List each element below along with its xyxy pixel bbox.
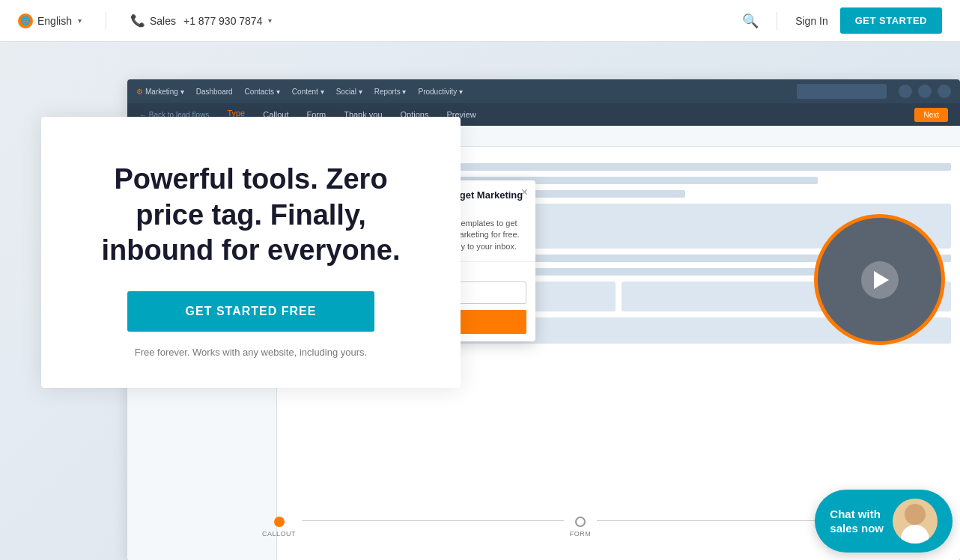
nav-dashboard: Dashboard (196, 88, 233, 96)
sales-phone: +1 877 930 7874 (183, 15, 263, 27)
sales-label: Sales (150, 15, 176, 27)
hero-title: Powerful tools. Zero price tag. Finally,… (79, 162, 423, 269)
top-navigation: 🌐 English ▾ 📞 Sales +1 877 930 7874 ▾ 🔍 … (0, 0, 960, 42)
language-selector[interactable]: 🌐 English ▾ (18, 13, 82, 28)
hero-card: Powerful tools. Zero price tag. Finally,… (41, 117, 461, 388)
sales-chevron-icon: ▾ (268, 16, 272, 25)
nav-right-group: 🔍 Sign In GET STARTED (742, 7, 942, 34)
get-started-free-button[interactable]: GET STARTED FREE (127, 291, 374, 332)
sales-phone-selector[interactable]: 📞 Sales +1 877 930 7874 ▾ (130, 13, 273, 28)
nav-icon-3 (938, 85, 951, 98)
language-label: English (37, 15, 72, 27)
nav-left-group: 🌐 English ▾ 📞 Sales +1 877 930 7874 ▾ (18, 12, 272, 30)
chat-line1: Chat with (830, 508, 881, 520)
video-play-button[interactable] (814, 214, 945, 345)
search-icon[interactable]: 🔍 (742, 13, 759, 29)
progress-label-callout: CALLOUT (262, 530, 296, 538)
nav-divider (106, 12, 106, 30)
globe-icon: 🌐 (18, 13, 33, 28)
chat-line2: sales now (830, 522, 884, 535)
play-triangle (874, 271, 889, 289)
dashboard-search (797, 84, 887, 99)
progress-dot-form (575, 517, 586, 527)
nav-icon-1 (899, 85, 912, 98)
chevron-down-icon: ▾ (78, 16, 82, 25)
avatar-head (905, 504, 926, 525)
chat-widget[interactable]: Chat with sales now (815, 490, 953, 553)
play-icon (861, 261, 899, 299)
avatar-body (901, 525, 929, 544)
hero-subtitle: Free forever. Works with any website, in… (79, 347, 423, 358)
nav-icon-2 (918, 85, 932, 98)
sign-in-link[interactable]: Sign In (795, 15, 828, 27)
progress-dot-callout (274, 517, 285, 527)
progress-line-1 (302, 520, 564, 521)
progress-step-callout: CALLOUT (262, 517, 296, 538)
nav-marketing-label: Marketing ▾ (145, 88, 184, 96)
dashboard-next-button: Next (914, 108, 948, 122)
avatar-figure (899, 502, 932, 544)
nav-divider-2 (777, 12, 777, 30)
main-content: ⚙ Marketing ▾ Dashboard Contacts ▾ Conte… (0, 42, 960, 560)
avatar (893, 499, 938, 544)
close-icon[interactable]: × (521, 186, 528, 198)
progress-label-form: FORM (570, 530, 592, 538)
nav-reports: Reports ▾ (374, 88, 407, 96)
nav-content: Content ▾ (292, 88, 324, 96)
nav-marketing: ⚙ Marketing ▾ (136, 88, 184, 96)
nav-contacts: Contacts ▾ (245, 88, 280, 96)
chat-text: Chat with sales now (830, 507, 884, 536)
nav-productivity: Productivity ▾ (418, 88, 462, 96)
dashboard-nav-icons (899, 85, 951, 98)
dashboard-nav: ⚙ Marketing ▾ Dashboard Contacts ▾ Conte… (127, 79, 960, 103)
progress-bar: CALLOUT FORM THANK YOU (262, 517, 908, 538)
get-started-button[interactable]: GET STARTED (840, 7, 942, 34)
phone-icon: 📞 (130, 13, 145, 28)
nav-social: Social ▾ (336, 88, 362, 96)
progress-step-form: FORM (570, 517, 592, 538)
